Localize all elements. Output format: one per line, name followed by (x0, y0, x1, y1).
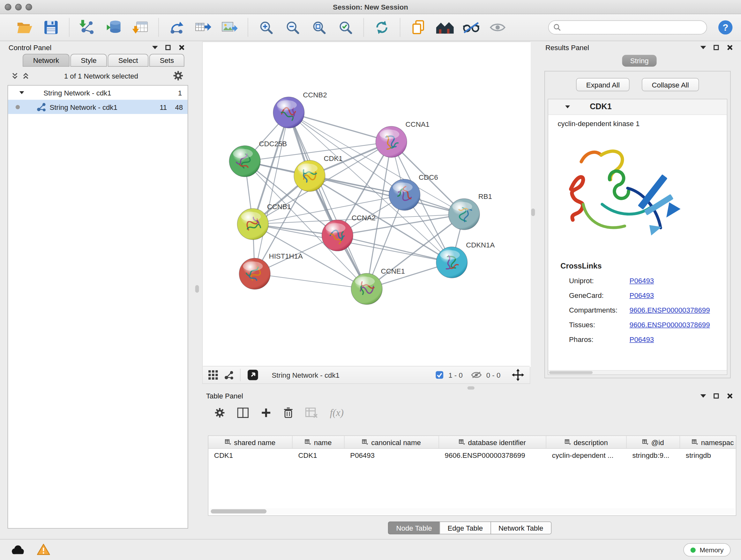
network-edge[interactable] (255, 112, 289, 273)
network-node-CCNB2[interactable] (273, 97, 305, 128)
network-edge[interactable] (337, 235, 452, 262)
tab-edge-table[interactable]: Edge Table (440, 521, 491, 534)
delete-trash-icon[interactable] (284, 407, 293, 419)
zoom-in-button[interactable] (253, 17, 279, 38)
table-cell[interactable]: stringdb:9... (627, 451, 680, 459)
table-cell[interactable]: CDK1 (293, 451, 345, 459)
column-header[interactable]: database identifier (439, 436, 546, 448)
tab-network[interactable]: Network (23, 54, 70, 67)
manage-columns-icon[interactable] (237, 408, 249, 418)
close-results-icon[interactable] (726, 44, 732, 50)
crosslink-link[interactable]: P06493 (630, 276, 654, 285)
tab-sets[interactable]: Sets (149, 54, 185, 67)
float-table-panel-icon[interactable] (714, 393, 719, 398)
results-horizontal-scrollbar[interactable] (548, 370, 727, 374)
collapse-table-panel-icon[interactable] (700, 394, 706, 397)
left-splitter-handle[interactable] (195, 285, 199, 293)
pan-move-icon[interactable] (512, 369, 524, 381)
collapse-panel-icon[interactable] (152, 46, 158, 49)
tab-node-table[interactable]: Node Table (388, 521, 440, 534)
selected-checkbox-icon[interactable] (435, 371, 444, 379)
table-cell[interactable]: stringdb (680, 451, 736, 459)
network-node-CCNB1[interactable] (237, 208, 268, 240)
network-from-table-button[interactable] (190, 17, 216, 38)
hide-graphics-details-button[interactable] (458, 17, 484, 38)
expand-all-icon[interactable] (22, 72, 29, 79)
warnings-button[interactable] (37, 544, 50, 555)
crosslink-link[interactable]: P06493 (630, 335, 654, 343)
column-header[interactable]: description (546, 436, 627, 448)
float-panel-icon[interactable] (165, 45, 171, 50)
network-node-CDKN1A[interactable] (436, 247, 468, 278)
network-collection-row[interactable]: String Network - cdk1 1 (8, 85, 188, 100)
tab-network-table[interactable]: Network Table (490, 521, 551, 534)
table-cell[interactable]: 9606.ENSP00000378699 (439, 451, 546, 459)
tree-expander-icon[interactable] (19, 91, 24, 94)
network-node-RB1[interactable] (448, 199, 480, 230)
close-panel-icon[interactable] (178, 44, 184, 50)
protein-entry-header[interactable]: CDK1 (548, 99, 727, 115)
collapse-all-icon[interactable] (11, 72, 18, 79)
network-overview-icon[interactable] (224, 370, 233, 379)
network-node-CDC25B[interactable] (229, 145, 260, 177)
add-icon[interactable] (261, 408, 271, 418)
help-button[interactable]: ? (718, 19, 733, 36)
table-cell[interactable]: cyclin-dependent ... (546, 451, 627, 459)
collapse-results-icon[interactable] (700, 46, 706, 49)
network-options-gear-icon[interactable] (173, 71, 184, 81)
export-view-icon[interactable] (247, 369, 259, 381)
save-session-button[interactable] (38, 17, 64, 38)
column-header[interactable]: @id (627, 436, 680, 448)
show-graphics-details-button[interactable] (484, 17, 511, 38)
close-table-panel-icon[interactable] (726, 393, 732, 399)
table-cell[interactable]: P06493 (345, 451, 439, 459)
tab-select[interactable]: Select (108, 54, 148, 67)
network-node-CCNE1[interactable] (351, 273, 382, 305)
cloud-button[interactable] (10, 545, 24, 555)
entry-expander-icon[interactable] (565, 105, 570, 108)
annotations-button[interactable] (405, 17, 431, 38)
bottom-splitter-handle[interactable] (468, 386, 475, 389)
memory-button[interactable]: Memory (684, 543, 731, 557)
column-header[interactable]: canonical name (345, 436, 439, 448)
tab-string[interactable]: String (622, 55, 657, 67)
network-node-CCNA1[interactable] (376, 126, 407, 158)
float-results-icon[interactable] (714, 45, 719, 50)
network-edge[interactable] (255, 273, 367, 289)
expand-all-button[interactable]: Expand All (576, 78, 630, 91)
network-canvas[interactable]: CCNB2CCNA1CDC25BCDK1CDC6RB1CCNB1CCNA2CDK… (203, 42, 531, 367)
right-splitter-handle[interactable] (531, 208, 535, 216)
import-network-file-button[interactable] (74, 17, 101, 38)
toolbar-search[interactable] (548, 20, 707, 35)
network-edge[interactable] (289, 112, 391, 142)
column-header[interactable]: namespac (680, 436, 736, 448)
network-node-CCNA2[interactable] (322, 220, 353, 251)
import-network-database-button[interactable] (100, 17, 127, 38)
crosslink-link[interactable]: 9606.ENSP00000378699 (630, 306, 710, 314)
column-header[interactable]: name (293, 436, 345, 448)
network-row[interactable]: String Network - cdk1 11 48 (8, 100, 188, 114)
zoom-selected-button[interactable] (332, 17, 359, 38)
collapse-all-button[interactable]: Collapse All (642, 78, 698, 91)
network-node-CDC6[interactable] (389, 179, 420, 210)
tab-style[interactable]: Style (71, 54, 107, 67)
import-table-button[interactable] (127, 17, 153, 38)
network-node-CDK1[interactable] (294, 160, 325, 192)
table-row[interactable]: CDK1 CDK1 P06493 9606.ENSP00000378699 cy… (208, 449, 736, 461)
zoom-out-button[interactable] (279, 17, 306, 38)
function-builder-icon[interactable]: f(x) (330, 407, 344, 419)
network-node-HIST1H1A[interactable] (239, 258, 270, 290)
open-session-button[interactable] (11, 17, 38, 38)
search-input[interactable] (564, 23, 702, 31)
table-settings-gear-icon[interactable] (214, 408, 225, 418)
column-header[interactable]: shared name (208, 436, 293, 448)
zoom-fit-button[interactable] (306, 17, 332, 38)
table-horizontal-scrollbar[interactable] (209, 508, 735, 514)
crosslink-link[interactable]: 9606.ENSP00000378699 (630, 320, 710, 328)
table-cell[interactable]: CDK1 (208, 451, 293, 459)
hidden-eye-slash-icon[interactable] (471, 371, 482, 379)
crosslink-link[interactable]: P06493 (630, 291, 654, 299)
refresh-view-button[interactable] (368, 17, 395, 38)
clone-network-button[interactable] (163, 17, 190, 38)
birds-eye-grid-icon[interactable] (208, 370, 218, 380)
